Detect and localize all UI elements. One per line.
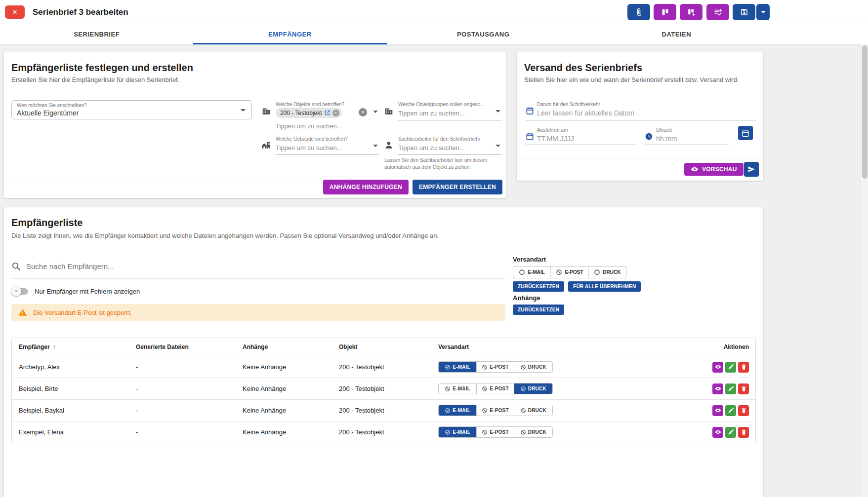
calendar-icon (526, 132, 534, 141)
header: ✕ Serienbrief 3 bearbeiten (0, 0, 868, 24)
calendar-icon (526, 107, 534, 115)
save-button[interactable] (733, 4, 755, 20)
error-filter-toggle[interactable]: ✕ (11, 286, 30, 297)
save-menu-button[interactable] (756, 4, 770, 20)
object-chip[interactable]: 200 - Testobjekt ✕ (276, 108, 342, 118)
segment-epost[interactable]: E-POST (476, 427, 513, 437)
datetime-picker-button[interactable] (738, 126, 753, 140)
dropdown-caret-icon[interactable] (496, 145, 500, 147)
field-underline (398, 154, 501, 155)
row-preview-button[interactable] (712, 405, 723, 416)
field-placeholder[interactable]: Tippen um zu suchen... (276, 144, 342, 152)
row-edit-button[interactable] (725, 427, 736, 438)
row-delete-button[interactable] (738, 405, 749, 416)
field-placeholder[interactable]: hh:mm (656, 135, 677, 143)
chevron-down-icon (761, 11, 766, 13)
time-field[interactable]: Uhrzeit hh:mm (645, 127, 729, 145)
tab-serienbrief[interactable]: SERIENBRIEF (0, 24, 193, 44)
preview-button[interactable]: VORSCHAU (684, 163, 744, 176)
segment-epost[interactable]: E-POST (476, 405, 513, 416)
scrollbar-thumb[interactable] (862, 45, 868, 179)
anhaenge-reset-button[interactable]: ZURÜCKSETZEN (513, 305, 564, 315)
tab-dateien[interactable]: DATEIEN (580, 24, 773, 44)
versandart-apply-all-button[interactable]: FÜR ALLE ÜBERNEHMEN (568, 281, 641, 292)
row-delete-button[interactable] (738, 427, 749, 438)
card-title: Empfängerliste festlegen und erstellen (11, 62, 193, 74)
pencil-icon (728, 385, 734, 392)
field-underline (276, 134, 379, 134)
segment-druck[interactable]: DRUCK (514, 405, 552, 416)
save-icon (740, 8, 748, 16)
cell-generated-files: - (136, 428, 243, 436)
create-recipients-button[interactable]: EMPFÄNGER ERSTELLEN (413, 180, 502, 194)
versandart-option-epost[interactable]: E-POST (550, 267, 588, 278)
versandart-option-druck[interactable]: DRUCK (588, 267, 626, 278)
field-placeholder[interactable]: Tippen um zu suchen... (398, 110, 465, 117)
tab-postausgang[interactable]: POSTAUSGANG (387, 24, 580, 44)
row-preview-button[interactable] (712, 427, 723, 438)
execute-date-field[interactable]: Ausführen am TT.MM.JJJJ (526, 127, 636, 145)
row-edit-button[interactable] (725, 362, 736, 373)
add-attachments-button[interactable]: ANHÄNGE HINZUFÜGEN (323, 180, 409, 194)
segment-druck[interactable]: DRUCK (514, 383, 552, 394)
versandart-label: Versandart (513, 256, 546, 263)
warning-banner: Die Versandart E-Post ist gesperrt. (11, 304, 505, 321)
dropdown-caret-icon[interactable] (496, 110, 500, 113)
card-subtitle: Die Liste zeigt Ihnen, wie die Empfänger… (11, 232, 439, 239)
close-button[interactable]: ✕ (5, 5, 25, 19)
blocked-icon (482, 408, 488, 414)
segment-druck[interactable]: DRUCK (514, 362, 552, 372)
send-button[interactable] (744, 162, 759, 177)
field-placeholder[interactable]: Tippen um zu suchen... (398, 144, 465, 152)
row-preview-button[interactable] (712, 362, 723, 373)
tab-empfaenger[interactable]: EMPFÄNGER (193, 24, 386, 44)
check-circle-icon (445, 408, 451, 414)
field-placeholder[interactable]: Tippen um zu suchen... (276, 122, 342, 130)
clear-field-icon[interactable]: ✕ (359, 108, 367, 116)
toggle-thumb: ✕ (11, 286, 21, 296)
objects-field[interactable]: Welche Objekte sind betroffen? 200 - Tes… (262, 102, 379, 134)
dropdown-caret-icon[interactable] (373, 111, 378, 113)
vertical-scrollbar[interactable] (861, 44, 868, 497)
field-placeholder[interactable]: TT.MM.JJJJ (537, 135, 574, 143)
open-object-icon[interactable] (324, 110, 331, 116)
search-input[interactable] (26, 259, 496, 273)
row-delete-button[interactable] (738, 383, 749, 394)
chip-label: 200 - Testobjekt (280, 110, 322, 116)
segment-email[interactable]: E-MAIL (439, 362, 476, 372)
cell-recipient: Exempel, Elena (19, 428, 136, 436)
radio-icon (594, 269, 600, 275)
anhaenge-label: Anhänge (513, 294, 540, 302)
row-delete-button[interactable] (738, 362, 749, 373)
cell-attachments: Keine Anhänge (243, 407, 339, 414)
row-edit-button[interactable] (725, 405, 736, 416)
blocked-icon (482, 364, 488, 370)
segment-epost[interactable]: E-POST (476, 362, 513, 372)
segment-email[interactable]: E-MAIL (439, 427, 476, 437)
recipient-list-card: Empfängerliste Die Liste zeigt Ihnen, wi… (4, 207, 763, 497)
segment-epost[interactable]: E-POST (476, 383, 513, 394)
field-placeholder[interactable]: Leer lassen für aktuelles Datum (537, 109, 634, 117)
template-add-button[interactable] (680, 4, 703, 20)
buildings-field[interactable]: Welche Gebäude sind betroffen? Tippen um… (262, 136, 379, 155)
row-preview-button[interactable] (712, 383, 723, 394)
template-copy-button[interactable] (654, 4, 676, 20)
object-groups-field[interactable]: Welche Objektgruppen sollen angeschrie..… (384, 102, 501, 120)
blocked-icon (482, 429, 488, 435)
dropdown-caret-icon[interactable] (373, 145, 378, 147)
versandart-reset-button[interactable]: ZURÜCKSETZEN (513, 281, 564, 292)
who-select[interactable]: Wen möchten Sie anschreiben? Aktuelle Ei… (11, 100, 252, 119)
segment-email[interactable]: E-MAIL (439, 383, 476, 394)
row-edit-button[interactable] (725, 383, 736, 394)
versandart-option-email[interactable]: E-MAIL (513, 267, 550, 278)
attach-file-button[interactable] (627, 4, 650, 20)
checklist-add-button[interactable] (706, 4, 729, 20)
clerk-field[interactable]: Sachbearbeiter für den Schriftverkehr Ti… (384, 136, 501, 155)
segment-email[interactable]: E-MAIL (439, 405, 476, 416)
segment-druck[interactable]: DRUCK (514, 427, 552, 437)
col-anhaenge: Anhänge (243, 344, 339, 350)
letter-date-field[interactable]: Datum für den Schriftverkehr Leer lassen… (526, 102, 756, 120)
chip-delete-icon[interactable]: ✕ (332, 110, 339, 116)
col-empfaenger[interactable]: Empfänger↑ (19, 344, 136, 350)
radio-icon (519, 269, 525, 275)
